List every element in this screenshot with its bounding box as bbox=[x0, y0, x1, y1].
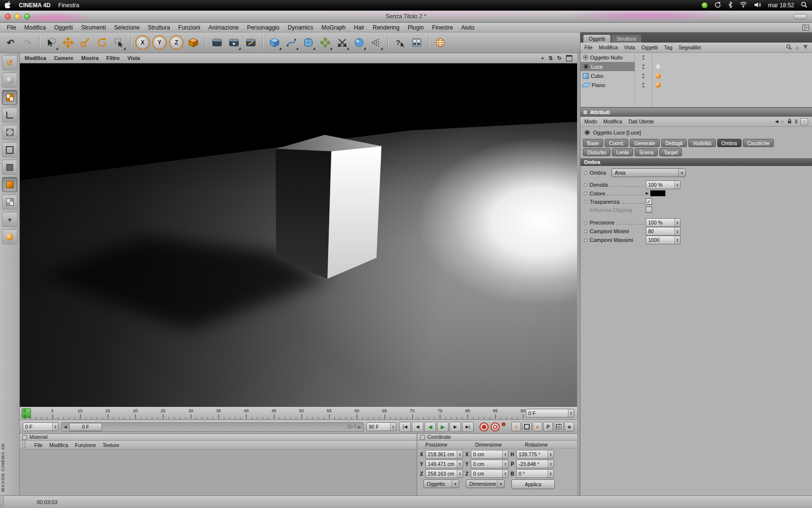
max-samples-field[interactable]: 1000 ▲▼ bbox=[646, 236, 681, 244]
visibility-dot-icon[interactable] bbox=[642, 64, 644, 66]
stepper-icon[interactable]: ▲▼ bbox=[52, 423, 58, 431]
attr-tab-lente[interactable]: Lente bbox=[612, 148, 633, 156]
density-field[interactable]: 100 % ▲▼ bbox=[646, 180, 681, 189]
coordinate-field[interactable]: 218.361 cm▲▼ bbox=[425, 450, 463, 459]
toggle-view-icon[interactable] bbox=[566, 55, 572, 61]
palette-workplane-mode[interactable] bbox=[2, 107, 17, 122]
menu-personaggio[interactable]: Personaggio bbox=[247, 24, 279, 31]
stepper-icon[interactable]: ▲▼ bbox=[674, 219, 680, 226]
coordinate-field[interactable]: 0 °▲▼ bbox=[516, 469, 554, 478]
stepper-icon[interactable]: ▲▼ bbox=[390, 423, 396, 431]
menu-dynamics[interactable]: Dynamics bbox=[288, 24, 313, 31]
palette-viewport-solo[interactable] bbox=[2, 229, 17, 244]
add-deformer-button[interactable] bbox=[334, 34, 350, 51]
visibility-dot-icon[interactable] bbox=[642, 58, 644, 60]
filter-icon[interactable] bbox=[803, 45, 808, 50]
history-back-icon[interactable]: ◀ bbox=[775, 119, 779, 124]
menu-rendering[interactable]: Rendering bbox=[373, 24, 399, 31]
autokey-button[interactable] bbox=[491, 422, 500, 432]
dolly-view-icon[interactable]: ⇅ bbox=[549, 55, 553, 61]
panel-pin-icon[interactable] bbox=[583, 110, 588, 115]
viewport-menu-camere[interactable]: Camere bbox=[54, 55, 73, 61]
stepper-icon[interactable]: ▲▼ bbox=[502, 450, 508, 458]
keyframe-mode-button[interactable]: ◆ bbox=[565, 422, 574, 432]
spotlight-icon[interactable] bbox=[801, 1, 807, 9]
palette-points-mode[interactable] bbox=[2, 125, 17, 140]
stepper-icon[interactable]: ▲▼ bbox=[568, 409, 574, 417]
current-frame-field[interactable]: 0 F ▲▼ bbox=[23, 422, 58, 431]
add-primitive-button[interactable] bbox=[267, 34, 282, 51]
menu-strumenti[interactable]: Strumenti bbox=[81, 24, 106, 31]
palette-make-editable[interactable]: ↺ bbox=[2, 55, 17, 70]
menu-modifica[interactable]: Modifica bbox=[24, 24, 46, 31]
scale-tool-button[interactable] bbox=[77, 34, 93, 51]
anim-dot-icon[interactable] bbox=[584, 239, 587, 242]
anim-dot-icon[interactable] bbox=[584, 230, 587, 233]
add-environment-button[interactable] bbox=[351, 34, 367, 51]
clipping-checkbox[interactable] bbox=[646, 207, 652, 213]
pan-view-icon[interactable]: + bbox=[541, 55, 544, 61]
lock-x-axis-button[interactable]: X bbox=[135, 35, 150, 50]
stepper-icon[interactable]: ▲▼ bbox=[674, 227, 680, 235]
tab-oggetti[interactable]: Oggetti bbox=[583, 35, 610, 43]
attr-menu-modifica[interactable]: Modifica bbox=[603, 119, 622, 124]
ruler-frame-field[interactable]: 0 F ▲▼ bbox=[526, 409, 574, 418]
stepper-icon[interactable]: ▲▼ bbox=[457, 460, 463, 468]
coordinate-system-button[interactable] bbox=[186, 34, 201, 51]
min-samples-field[interactable]: 80 ▲▼ bbox=[646, 227, 681, 236]
home-icon[interactable]: ⌂ bbox=[796, 45, 799, 50]
coordinate-field[interactable]: 0 cm▲▼ bbox=[471, 460, 508, 468]
menu-animazione[interactable]: Animazione bbox=[208, 24, 239, 31]
menu-mograph[interactable]: MoGraph bbox=[321, 24, 346, 31]
attr-tab-base[interactable]: Base bbox=[583, 139, 603, 147]
attr-tab-disturbo[interactable]: Disturbo bbox=[583, 148, 610, 156]
add-particles-button[interactable] bbox=[368, 34, 384, 51]
objects-menu-oggetti[interactable]: Oggetti bbox=[641, 45, 658, 50]
materials-menu-texture[interactable]: Texture bbox=[102, 442, 119, 448]
object-name-cell[interactable]: Piano bbox=[580, 80, 635, 90]
attr-menu-modo[interactable]: Modo bbox=[584, 119, 597, 124]
search-icon[interactable] bbox=[786, 44, 792, 51]
apply-button[interactable]: Applica bbox=[511, 479, 555, 489]
visibility-dot-icon[interactable] bbox=[642, 74, 644, 75]
menu-file[interactable]: File bbox=[7, 24, 16, 31]
menu-struttura[interactable]: Struttura bbox=[148, 24, 170, 31]
attr-menu-dati-utente[interactable]: Dati Utente bbox=[628, 119, 654, 124]
attr-tab-generale[interactable]: Generale bbox=[630, 139, 659, 147]
attr-tab-dettagli[interactable]: Dettagli bbox=[661, 139, 687, 147]
palette-texture-mode[interactable] bbox=[2, 90, 17, 105]
menu-plugin[interactable]: Plugin bbox=[407, 24, 423, 31]
object-name-cell[interactable]: Oggetto Nullo bbox=[580, 53, 635, 62]
menubar-clock[interactable]: mar 18:52 bbox=[768, 2, 794, 9]
transparency-checkbox[interactable]: ✓ bbox=[646, 198, 652, 205]
live-selection-tool-button[interactable] bbox=[44, 34, 59, 51]
visibility-dot-icon[interactable] bbox=[642, 83, 644, 85]
palette-object-axis-mode[interactable]: + bbox=[2, 212, 17, 227]
menu-finestre[interactable]: Finestre bbox=[432, 24, 453, 31]
coordinate-field[interactable]: 149.471 cm▲▼ bbox=[425, 460, 463, 468]
record-scale-button[interactable] bbox=[522, 422, 532, 432]
attr-tab-ombra[interactable]: Ombra bbox=[717, 139, 741, 147]
menu-funzioni[interactable]: Funzioni bbox=[178, 24, 200, 31]
panel-pin-icon[interactable] bbox=[420, 435, 425, 440]
tab-struttura[interactable]: Struttura bbox=[611, 35, 641, 43]
disclosure-icon[interactable]: ▶ bbox=[646, 191, 649, 195]
wifi-icon[interactable] bbox=[740, 1, 747, 9]
coordinate-field[interactable]: 258.163 cm▲▼ bbox=[425, 469, 463, 478]
bluetooth-icon[interactable] bbox=[728, 1, 733, 10]
window-titlebar[interactable]: Senza Titolo 2 * bbox=[0, 11, 812, 23]
object-list[interactable]: Oggetto NulloLuceCuboPiano bbox=[580, 53, 812, 107]
goto-end-button[interactable]: ▶| bbox=[462, 422, 474, 432]
materials-menu-file[interactable]: File bbox=[34, 442, 43, 448]
undo-button[interactable]: ↶ bbox=[3, 34, 18, 51]
stepper-icon[interactable]: ▲▼ bbox=[548, 460, 553, 468]
shadow-type-dropdown[interactable]: Area ▾ bbox=[611, 168, 686, 177]
record-parameter-button[interactable]: P bbox=[543, 422, 553, 432]
history-forward-icon[interactable]: ▶ bbox=[782, 119, 785, 124]
objects-menu-modifica[interactable]: Modifica bbox=[599, 45, 618, 50]
slider-right-icon[interactable]: ▶ bbox=[358, 424, 362, 430]
stepper-icon[interactable]: ▲▼ bbox=[502, 460, 508, 468]
stepper-icon[interactable]: ▲▼ bbox=[548, 470, 553, 478]
play-backward-button[interactable]: ◀ bbox=[424, 422, 436, 432]
coordinate-field[interactable]: 0 cm▲▼ bbox=[471, 469, 508, 478]
